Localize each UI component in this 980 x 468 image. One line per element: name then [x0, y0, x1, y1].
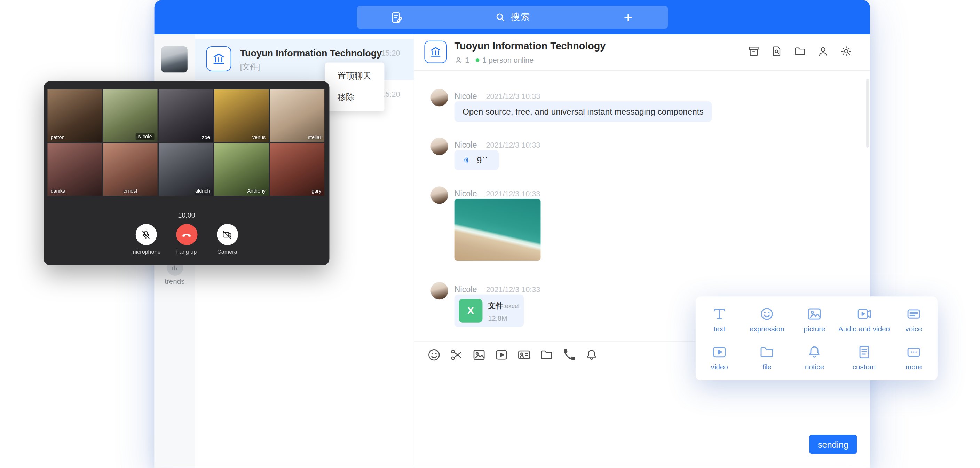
picture-icon	[807, 306, 823, 322]
excel-file-icon: X	[459, 299, 482, 323]
online-dot	[476, 58, 479, 62]
sender-name: Nicole	[455, 189, 477, 198]
participant-name: zoe	[202, 134, 210, 140]
call-icon[interactable]	[562, 348, 576, 362]
participant-name: patton	[51, 134, 64, 140]
menu-item-pin-chat[interactable]: 置顶聊天	[325, 66, 385, 87]
search-icon	[495, 11, 506, 22]
hang-up-label: hang up	[177, 249, 197, 255]
audio-video-icon	[856, 306, 872, 322]
sender-name: Nicole	[455, 284, 477, 294]
history-search-icon[interactable]	[770, 45, 783, 58]
mic-label: microphone	[131, 249, 161, 255]
avatar[interactable]	[431, 282, 448, 299]
top-bar: 搜索 +	[154, 0, 870, 35]
avatar[interactable]	[431, 137, 448, 155]
camera-button[interactable]	[216, 224, 238, 245]
message-time: 2021/12/3 10:33	[486, 141, 540, 149]
text-bubble: Open source, free, and universal instant…	[455, 101, 712, 122]
members-icon	[455, 56, 463, 64]
mute-microphone-button[interactable]	[135, 224, 157, 245]
video-tile: Anthony	[215, 143, 269, 196]
file-bubble[interactable]: X 文件.excel 12.8M	[455, 295, 524, 327]
video-tile: aldrich	[159, 143, 213, 196]
emoji-icon[interactable]	[427, 348, 441, 362]
trends-label: trends	[154, 278, 195, 285]
contact-card-icon[interactable]	[517, 348, 531, 362]
panel-item-notice[interactable]: notice	[791, 339, 838, 377]
panel-item-expression[interactable]: expression	[743, 300, 791, 339]
conversation-title: Tuoyun Information Technology	[240, 47, 382, 58]
camera-label: Camera	[217, 249, 237, 255]
settings-icon[interactable]	[840, 45, 853, 58]
panel-item-video[interactable]: video	[696, 339, 743, 377]
bell-icon[interactable]	[584, 348, 598, 362]
sender-name: Nicole	[455, 140, 477, 149]
files-icon[interactable]	[794, 45, 807, 58]
panel-item-picture[interactable]: picture	[791, 300, 838, 339]
menu-item-remove[interactable]: 移除	[325, 87, 385, 108]
participant-name: stellar	[308, 134, 321, 140]
message-time: 2021/12/3 10:33	[486, 92, 540, 101]
panel-item-voice[interactable]: voice	[890, 300, 937, 339]
participant-name: danika	[51, 188, 65, 194]
screen: 搜索 + trends	[0, 0, 980, 468]
beach-photo[interactable]	[455, 199, 541, 261]
voice-duration: 9``	[477, 155, 488, 165]
voice-bubble[interactable]: 9``	[455, 150, 499, 170]
member-count: 1	[465, 56, 469, 64]
online-status: 1 person online	[482, 56, 533, 64]
participant-name: venus	[252, 134, 266, 140]
video-tile: ernest	[103, 143, 157, 196]
scissors-icon[interactable]	[449, 348, 463, 362]
call-controls: microphone hang up Camer	[44, 224, 329, 245]
video-tile: danika	[47, 143, 102, 196]
file-name: 文件	[488, 302, 503, 310]
sender-name: Nicole	[455, 91, 477, 101]
send-button[interactable]: sending	[810, 434, 857, 454]
panel-item-text[interactable]: text	[696, 300, 743, 339]
my-avatar[interactable]	[161, 46, 187, 72]
panel-item-custom[interactable]: custom	[838, 339, 890, 377]
search-bar[interactable]: 搜索	[437, 6, 588, 29]
video-tile: patton	[47, 89, 102, 142]
hang-up-button[interactable]	[176, 224, 197, 245]
panel-item-audio-video[interactable]: Audio and video	[838, 300, 890, 339]
file-extension: .excel	[503, 303, 520, 310]
call-timer: 10:00	[44, 211, 329, 219]
text-icon	[711, 306, 728, 322]
folder-icon[interactable]	[539, 348, 554, 362]
group-icon	[206, 46, 231, 71]
video-tile: stellar	[270, 89, 325, 142]
add-button[interactable]: +	[588, 6, 668, 29]
members-icon[interactable]	[817, 45, 829, 58]
chat-panel: Tuoyun Information Technology 1 1 person…	[414, 35, 870, 468]
more-icon	[905, 344, 922, 360]
panel-item-file[interactable]: file	[743, 339, 791, 377]
scrollbar-thumb[interactable]	[866, 79, 869, 148]
participant-name: Nicole	[135, 133, 154, 141]
note-button[interactable]	[357, 6, 437, 29]
video-call-window: patton Nicole zoe venus stellar danika e…	[44, 81, 329, 265]
conversation-context-menu: 置顶聊天 移除	[325, 63, 385, 112]
chat-title: Tuoyun Information Technology	[455, 41, 606, 52]
participant-name: ernest	[123, 188, 137, 194]
picture-icon[interactable]	[472, 348, 486, 362]
note-icon	[390, 10, 404, 24]
participant-grid: patton Nicole zoe venus stellar danika e…	[47, 89, 325, 196]
mic-off-icon	[141, 229, 151, 240]
conversation-preview: [文件]	[240, 62, 260, 73]
avatar[interactable]	[431, 89, 448, 106]
sound-wave-icon	[462, 155, 472, 165]
chat-header: Tuoyun Information Technology 1 1 person…	[414, 35, 870, 71]
hang-up-icon	[181, 228, 192, 240]
video-icon	[711, 344, 728, 360]
video-tile: venus	[215, 89, 269, 142]
announcement-icon[interactable]	[748, 45, 760, 58]
message-type-panel: text expression picture	[696, 296, 937, 380]
video-icon[interactable]	[495, 348, 509, 362]
avatar[interactable]	[431, 186, 448, 204]
panel-item-more[interactable]: more	[890, 339, 937, 377]
message-time: 2021/12/3 10:33	[486, 285, 540, 294]
voice-icon	[905, 306, 922, 322]
